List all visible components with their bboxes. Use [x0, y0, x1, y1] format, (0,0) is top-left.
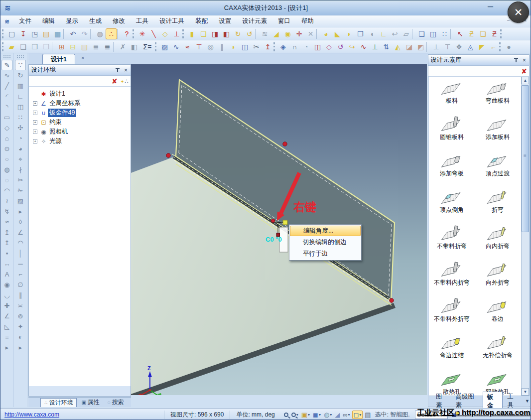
close-button[interactable]: ✕	[508, 1, 529, 23]
toolbar-grip[interactable]	[133, 29, 136, 38]
deselect-button[interactable]: ✗	[117, 41, 129, 52]
separator[interactable]	[426, 42, 430, 52]
ellipse-icon[interactable]: ◌	[1, 175, 12, 185]
corner-sheet-button[interactable]: ◩	[415, 41, 426, 52]
swirl-button[interactable]: ↺	[335, 41, 346, 52]
wrap-curve-button[interactable]: ∿	[170, 41, 182, 52]
mirror-halves-icon[interactable]: ◫	[15, 102, 26, 112]
tabs-overflow-icon[interactable]: ▼	[525, 399, 530, 404]
clip-button[interactable]: ◫	[239, 41, 251, 52]
toolbar-grip[interactable]	[182, 29, 186, 38]
tree-view-icon[interactable]: ∴	[121, 78, 129, 85]
toolbar-grip[interactable]	[273, 42, 277, 51]
print-icon[interactable]: ▤	[364, 411, 372, 419]
item-vertex-chamfer[interactable]: 顶点倒角	[429, 187, 475, 223]
smart-feature-button[interactable]: ❏	[198, 28, 209, 39]
solid-box-button[interactable]: ▰	[6, 41, 17, 52]
dim-equal-icon[interactable]: ≍	[15, 300, 26, 311]
yellow-cylinder-button[interactable]: ◗	[228, 41, 239, 52]
item-bend-no-stock[interactable]: 不带料折弯	[429, 223, 475, 260]
snap-target-icon[interactable]: ⌖	[15, 154, 26, 164]
torus-button[interactable]: ◎	[205, 41, 216, 52]
pattern-grid-button[interactable]: ∷	[439, 28, 450, 39]
gear-wrap-button[interactable]: ❖	[453, 41, 465, 52]
tree-constraints[interactable]: + ⊡ 约束	[29, 118, 131, 127]
expand-icon[interactable]: +	[33, 139, 37, 143]
line-2pt-icon[interactable]: ╱	[1, 81, 12, 91]
menu-item[interactable]: 修改	[107, 15, 131, 27]
expand-icon[interactable]: +	[33, 101, 37, 106]
menu-item[interactable]: 文件	[13, 15, 37, 27]
spacing-icon[interactable]: ∷	[15, 112, 26, 123]
caxa-link[interactable]: http://www.caxa.com	[4, 411, 164, 418]
expand-icon[interactable]: +	[33, 130, 37, 134]
ref-line-icon[interactable]: ↔	[1, 259, 12, 269]
pattern-radial-icon[interactable]: ✣	[15, 123, 26, 133]
rotate-ccw-button[interactable]: ↺	[244, 28, 255, 39]
item-hem[interactable]: 卷边	[475, 296, 521, 332]
arc-filled-icon[interactable]: ◔	[15, 133, 26, 143]
bspline-icon[interactable]: ∿	[1, 70, 12, 81]
separator[interactable]	[255, 29, 259, 39]
center-pin-button[interactable]: ⊥	[369, 41, 381, 52]
blue-box-button[interactable]: ❐	[355, 28, 366, 39]
item-cone-sheet[interactable]: 圆锥板料	[429, 114, 475, 150]
library-close-icon[interactable]: ×	[523, 57, 526, 64]
draw-plane-button[interactable]: ◇	[159, 28, 171, 39]
concentric-icon[interactable]: ⊚	[15, 311, 26, 321]
3d-canvas[interactable]: C0 °0 右键 Z X Y	[131, 64, 427, 395]
intersect-boxes-button[interactable]: ❒	[29, 41, 40, 52]
render-display-icon[interactable]: ◍▾	[323, 411, 333, 419]
menu-item[interactable]: 编辑	[37, 15, 60, 27]
arc-filled2-icon[interactable]: ◕	[15, 143, 26, 154]
hole-feature-button[interactable]: ◉	[282, 28, 293, 39]
flyout-more-icon[interactable]: ▸	[1, 342, 12, 353]
separator[interactable]	[113, 42, 117, 52]
dim-diameter-icon[interactable]: ∅	[15, 280, 26, 290]
perspective-glasses-icon[interactable]: ∞▾	[342, 411, 351, 419]
formula-curve-icon[interactable]: ≈	[1, 217, 12, 227]
item-add-bent-sheet[interactable]: 添加弯板	[429, 150, 475, 187]
separator[interactable]	[450, 29, 454, 39]
cylinder-button[interactable]: ◗	[343, 28, 355, 39]
corner-yellow-button[interactable]: ◤	[476, 41, 488, 52]
pipe-elbow-button[interactable]: ⌐	[488, 41, 499, 52]
toolbar-grip[interactable]	[2, 42, 6, 51]
item-inner-bend-no-stock[interactable]: 不带料内折弯	[429, 260, 475, 296]
circle-3pt-icon[interactable]: ◍	[1, 164, 12, 175]
export-web-button[interactable]: ◳	[29, 28, 40, 39]
remove-material-button[interactable]: ✕	[305, 28, 316, 39]
save-button[interactable]: ▦	[52, 28, 63, 39]
grey-cylinder-button[interactable]: ◖	[366, 28, 378, 39]
align-bottom-button[interactable]: ⊥	[430, 41, 442, 52]
undo-button[interactable]: ↶	[67, 28, 79, 39]
door-face-button[interactable]: ◫	[312, 41, 323, 52]
project-up-icon[interactable]: ↥	[1, 227, 12, 238]
item-bend-outward[interactable]: 向外折弯	[475, 260, 521, 296]
new-file-button[interactable]: ▢	[6, 28, 17, 39]
fill-rect-icon[interactable]: ▦	[15, 81, 26, 91]
view-front-icon[interactable]: ▣▾	[300, 411, 311, 419]
item-flange-join[interactable]: 弯边连结	[429, 332, 475, 369]
display-cube-icon[interactable]: ◻▾	[352, 411, 363, 419]
expand-icon[interactable]: +	[33, 111, 37, 115]
zoom-in-icon[interactable]	[283, 412, 289, 418]
dim-horizontal-icon[interactable]: ─	[15, 259, 26, 269]
scrollbar-thumb[interactable]	[522, 85, 529, 232]
dim-diamond-icon[interactable]: ◊	[15, 217, 26, 227]
plus-icon[interactable]: ✚	[1, 300, 12, 311]
import-file-button[interactable]: ↧	[17, 28, 29, 39]
xyz-curve-button[interactable]: ≈	[182, 41, 193, 52]
project-up2-icon[interactable]: ↥	[1, 238, 12, 248]
dim-vertical-icon[interactable]: │	[15, 248, 26, 259]
vertex-point-right[interactable]	[390, 298, 394, 302]
stamp-button[interactable]: ⊤	[193, 41, 205, 52]
sketch-2d-button[interactable]: ▨	[159, 41, 170, 52]
book-fold-button[interactable]: ◬	[465, 41, 476, 52]
trim-scissors-button[interactable]: ✂	[251, 41, 262, 52]
curve-wreath-icon[interactable]: ≀	[1, 196, 12, 206]
panel-close-icon[interactable]: ×	[124, 67, 128, 74]
scribble-icon[interactable]: ↯	[1, 206, 12, 217]
boxes-disabled-button[interactable]: ❒	[40, 41, 52, 52]
rotate-tool-icon[interactable]: ↻	[15, 70, 26, 81]
